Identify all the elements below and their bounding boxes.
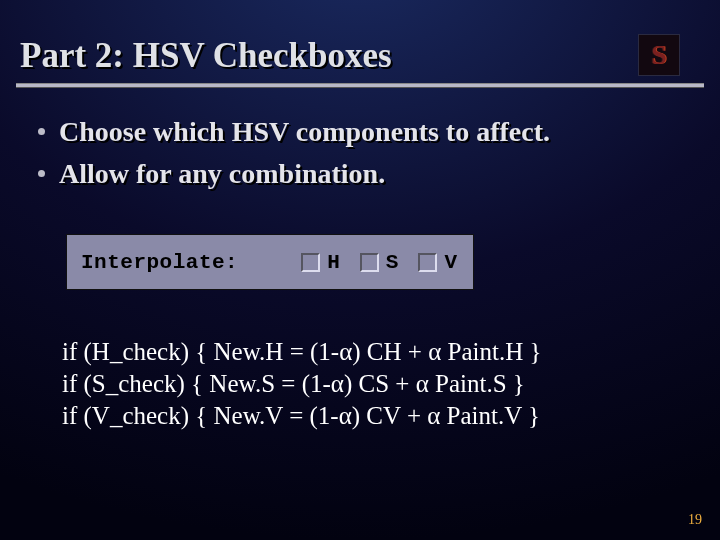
title-row: Part 2: HSV Checkboxes S [0,0,720,76]
code-line: if (H_check) { New.H = (1-α) CH + α Pain… [62,336,720,368]
checkbox-box-icon [360,253,379,272]
slide: Part 2: HSV Checkboxes S Choose which HS… [0,0,720,540]
checkbox-h[interactable]: H [301,251,340,274]
checkbox-box-icon [301,253,320,272]
list-item: Choose which HSV components to affect. [38,115,680,149]
bullet-list: Choose which HSV components to affect. A… [0,115,720,190]
checkbox-group: H S V [301,251,457,274]
title-divider [16,84,704,87]
checkbox-box-icon [418,253,437,272]
slide-title: Part 2: HSV Checkboxes [20,36,392,76]
code-line: if (V_check) { New.V = (1-α) CV + α Pain… [62,400,720,432]
list-item: Allow for any combination. [38,157,680,191]
checkbox-label: S [386,251,399,274]
interpolate-panel-wrap: Interpolate: H S V [66,234,474,290]
bullet-icon [38,170,45,177]
bullet-text: Allow for any combination. [59,157,385,191]
bullet-text: Choose which HSV components to affect. [59,115,550,149]
bullet-icon [38,128,45,135]
page-number: 19 [688,512,702,528]
checkbox-s[interactable]: S [360,251,399,274]
checkbox-label: V [444,251,457,274]
interpolate-panel: Interpolate: H S V [66,234,474,290]
logo-icon: S [638,34,680,76]
checkbox-label: H [327,251,340,274]
checkbox-v[interactable]: V [418,251,457,274]
code-block: if (H_check) { New.H = (1-α) CH + α Pain… [62,336,720,432]
interpolate-label: Interpolate: [81,251,281,274]
code-line: if (S_check) { New.S = (1-α) CS + α Pain… [62,368,720,400]
